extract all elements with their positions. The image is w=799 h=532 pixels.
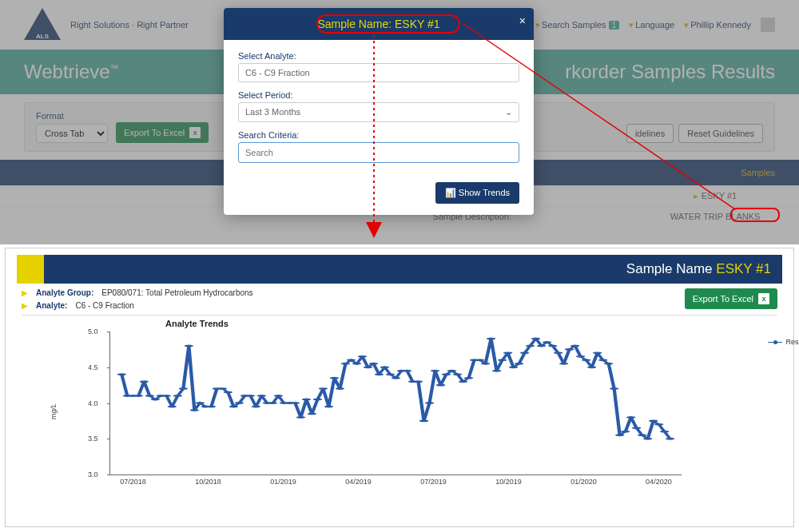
- language-menu[interactable]: ▾Language: [629, 20, 674, 30]
- svg-point-97: [643, 438, 652, 440]
- svg-point-61: [442, 373, 451, 375]
- svg-point-79: [543, 341, 551, 343]
- svg-point-26: [246, 395, 255, 397]
- result-heading: Sample Name ESKY #1: [44, 255, 782, 284]
- svg-point-95: [632, 427, 641, 429]
- svg-point-22: [224, 391, 233, 394]
- svg-point-15: [185, 344, 193, 347]
- svg-point-76: [526, 344, 535, 347]
- svg-point-68: [481, 363, 490, 365]
- svg-point-11: [162, 395, 171, 397]
- guidelines-button[interactable]: idelines: [626, 124, 674, 143]
- triangle-icon: ▶: [22, 301, 28, 310]
- y-axis-label: mg/L: [50, 403, 58, 419]
- svg-point-77: [531, 338, 540, 340]
- svg-point-54: [403, 370, 411, 372]
- svg-point-13: [173, 395, 182, 397]
- svg-point-36: [302, 399, 311, 401]
- svg-point-91: [610, 387, 618, 390]
- svg-point-89: [598, 359, 607, 361]
- svg-point-48: [369, 363, 378, 365]
- svg-point-50: [380, 366, 389, 368]
- search-input[interactable]: [238, 142, 519, 163]
- svg-point-99: [654, 423, 663, 426]
- svg-point-40: [324, 406, 333, 408]
- svg-point-41: [330, 377, 339, 379]
- export-excel-button[interactable]: Export To Excelx: [116, 122, 209, 143]
- als-logo: ALS: [24, 8, 61, 42]
- svg-point-52: [392, 377, 400, 379]
- svg-point-21: [218, 387, 227, 390]
- svg-point-63: [453, 373, 462, 375]
- svg-point-59: [431, 370, 439, 372]
- svg-point-57: [419, 419, 428, 422]
- show-trends-button[interactable]: 📊 Show Trends: [435, 182, 519, 204]
- tagline: Right Solutions · Right Partner: [70, 20, 189, 30]
- svg-point-74: [515, 363, 523, 365]
- svg-point-62: [447, 370, 456, 372]
- svg-point-17: [196, 402, 205, 404]
- svg-point-98: [649, 419, 658, 422]
- triangle-icon: ▶: [22, 288, 28, 297]
- svg-point-35: [296, 416, 305, 419]
- search-samples-link[interactable]: ▾Search Samples 1: [535, 20, 619, 30]
- user-menu[interactable]: ▾Phillip Kennedy: [684, 20, 751, 30]
- analyte-row: ▶ Analyte: C6 - C9 Fraction: [22, 301, 253, 310]
- svg-point-14: [179, 387, 188, 390]
- svg-point-84: [570, 344, 579, 347]
- svg-point-31: [274, 395, 283, 397]
- svg-point-12: [168, 406, 177, 408]
- expand-icon[interactable]: ▸: [694, 191, 698, 200]
- svg-point-6: [134, 395, 143, 397]
- svg-point-51: [386, 373, 395, 375]
- svg-point-24: [235, 402, 244, 404]
- svg-point-19: [207, 406, 216, 408]
- svg-point-64: [459, 380, 467, 383]
- excel-icon: x: [189, 127, 201, 138]
- svg-point-93: [621, 431, 630, 433]
- svg-point-58: [425, 402, 434, 404]
- svg-point-39: [319, 387, 328, 390]
- modal-title: Sample Name: ESKY #1 ×: [224, 8, 534, 40]
- svg-point-71: [498, 359, 507, 361]
- format-label: Format: [36, 111, 108, 121]
- svg-point-72: [503, 351, 512, 354]
- svg-point-42: [336, 387, 344, 390]
- svg-point-81: [554, 351, 562, 354]
- svg-point-85: [576, 355, 585, 358]
- chart-legend: Result: [768, 338, 799, 346]
- svg-point-23: [229, 406, 238, 408]
- svg-point-38: [313, 399, 322, 401]
- svg-point-83: [565, 348, 574, 351]
- chevron-down-icon: ⌄: [505, 107, 512, 117]
- reset-guidelines-button[interactable]: Reset Guidelines: [678, 124, 763, 143]
- excel-icon: x: [758, 293, 769, 304]
- period-select[interactable]: Last 3 Months⌄: [238, 102, 519, 122]
- trends-modal: Sample Name: ESKY #1 × Select Analyte: C…: [224, 8, 534, 215]
- svg-point-94: [626, 416, 635, 419]
- export-excel-button[interactable]: Export To Excel x: [685, 288, 777, 309]
- svg-point-9: [151, 399, 160, 401]
- avatar[interactable]: [761, 18, 775, 32]
- svg-point-69: [487, 338, 495, 340]
- svg-point-37: [308, 412, 316, 415]
- svg-point-34: [291, 402, 300, 404]
- svg-point-73: [509, 366, 518, 368]
- svg-point-92: [615, 434, 624, 436]
- format-select[interactable]: Cross Tab: [36, 124, 108, 143]
- svg-point-56: [414, 380, 423, 383]
- close-icon[interactable]: ×: [519, 14, 526, 27]
- svg-point-7: [140, 380, 149, 383]
- svg-point-100: [660, 431, 669, 433]
- analyte-trends-chart: mg/L 3.03.54.04.55.007/201810/201801/201…: [70, 332, 745, 491]
- svg-point-67: [475, 359, 484, 361]
- svg-point-28: [257, 395, 266, 397]
- svg-point-82: [559, 363, 568, 365]
- svg-point-3: [117, 373, 126, 375]
- svg-point-78: [537, 344, 546, 347]
- svg-point-70: [492, 370, 501, 372]
- svg-point-27: [252, 406, 260, 408]
- svg-point-96: [638, 434, 646, 436]
- svg-point-75: [520, 351, 529, 354]
- analyte-select[interactable]: C6 - C9 Fraction: [238, 63, 519, 82]
